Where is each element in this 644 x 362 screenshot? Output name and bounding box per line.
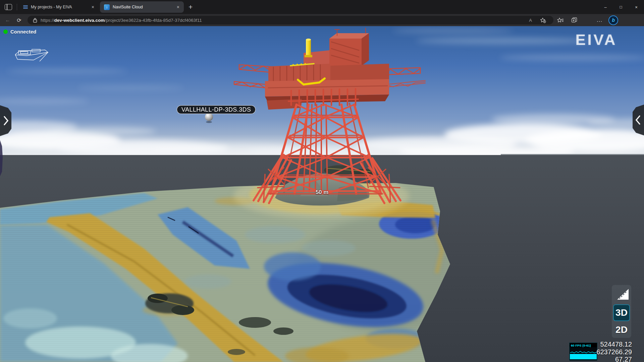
lock-icon: [33, 18, 37, 23]
mode-3d-button[interactable]: 3D: [613, 304, 630, 321]
tab-actions-icon[interactable]: [5, 4, 12, 10]
tab-label: NaviSuite Cloud: [113, 5, 143, 9]
left-panel-toggle[interactable]: [0, 105, 12, 137]
flare-stack: [306, 40, 311, 56]
vessel-wireframe-icon: [13, 46, 51, 64]
measure-slope-icon[interactable]: [616, 288, 629, 300]
fps-graph: [570, 347, 597, 360]
refresh-button[interactable]: ⟳: [13, 17, 25, 23]
url-path: /project/3ee3622a-43fb-4fda-85d7-37dcf40…: [105, 18, 202, 23]
back-button[interactable]: ←: [2, 17, 13, 23]
coordinates-readout: 524478.12 6237266.29 67.27: [596, 341, 632, 362]
tab-close-icon[interactable]: ×: [176, 4, 180, 10]
address-bar[interactable]: https://dev-webclient.eiva.com/project/3…: [28, 16, 553, 24]
coordinate-northing: 6237266.29: [596, 348, 632, 356]
my-eiva-favicon: [23, 5, 28, 9]
status-label: Connected: [10, 29, 37, 35]
new-tab-button[interactable]: +: [189, 3, 193, 11]
navigation-bar: ← ⟳ https://dev-webclient.eiva.com/proje…: [0, 14, 644, 26]
read-aloud-icon[interactable]: A: [529, 18, 532, 23]
add-favorite-icon[interactable]: [540, 17, 546, 23]
scale-label: 50 m: [311, 189, 333, 196]
tab-bar: My projects - My EIVA × ↓ NaviSuite Clou…: [0, 0, 644, 14]
collections-icon[interactable]: [571, 17, 578, 23]
url-host: dev-webclient.eiva.com: [54, 18, 105, 23]
model-label[interactable]: VALLHALL-DP-3DS.3DS: [177, 105, 256, 114]
tab-separator: [17, 4, 17, 10]
favorites-icon[interactable]: [557, 17, 564, 23]
bing-chat-icon[interactable]: b: [608, 15, 618, 25]
tab-navisuite-cloud[interactable]: ↓ NaviSuite Cloud ×: [100, 1, 184, 13]
close-window-button[interactable]: ×: [629, 0, 644, 14]
3d-viewport[interactable]: Connected EIVA VALLHALL-DP-3DS.3DS 50 m: [0, 26, 644, 362]
mode-2d-button[interactable]: 2D: [613, 322, 630, 337]
tab-close-icon[interactable]: ×: [91, 4, 95, 10]
right-panel-toggle[interactable]: [632, 104, 644, 136]
url-text: https://dev-webclient.eiva.com/project/3…: [41, 18, 525, 23]
coordinate-depth: 67.27: [596, 356, 632, 362]
fps-widget: 60 FPS (0-61): [569, 343, 597, 361]
settings-menu-icon[interactable]: ...: [597, 17, 602, 23]
url-scheme: https://: [41, 18, 54, 23]
coordinate-easting: 524478.12: [596, 341, 632, 348]
window-controls: – □ ×: [598, 0, 644, 14]
eiva-logo: EIVA: [576, 32, 617, 48]
minimize-button[interactable]: –: [598, 0, 613, 14]
browser-window: My projects - My EIVA × ↓ NaviSuite Clou…: [0, 0, 644, 362]
tab-my-projects[interactable]: My projects - My EIVA ×: [19, 1, 99, 13]
maximize-button[interactable]: □: [613, 0, 629, 14]
tab-label: My projects - My EIVA: [31, 5, 72, 9]
navisuite-favicon: ↓: [104, 4, 110, 10]
fps-label: 60 FPS (0-61): [570, 343, 597, 347]
connection-status: Connected: [3, 29, 37, 35]
status-dot-icon: [3, 29, 8, 34]
